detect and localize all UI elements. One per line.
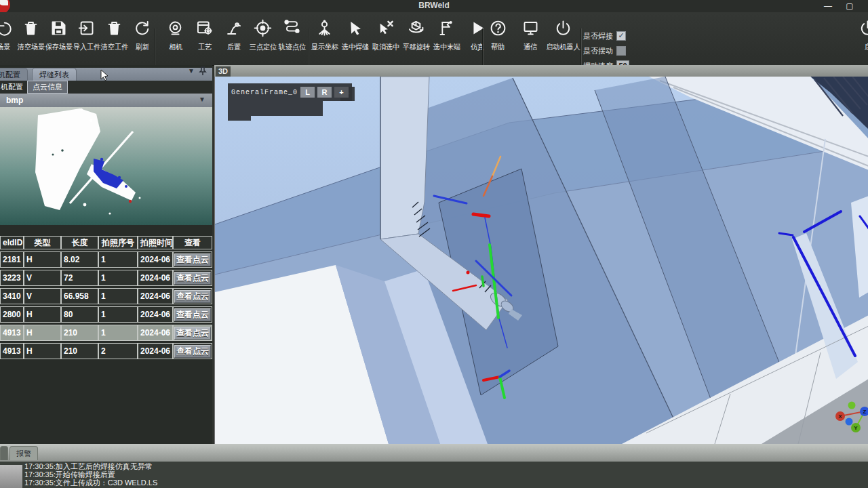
process-button[interactable]: 工艺 bbox=[190, 16, 219, 61]
dropdown-value: bmp bbox=[6, 96, 23, 105]
refresh-button[interactable]: 刷新 bbox=[128, 16, 156, 61]
camera-button[interactable]: 相机 bbox=[161, 16, 190, 61]
log-tab-alarm[interactable]: 报警 bbox=[9, 446, 38, 460]
refresh-icon bbox=[133, 16, 151, 39]
svg-text:X: X bbox=[838, 413, 842, 420]
toolbar-button-label: 相机 bbox=[168, 42, 182, 52]
toolbar-button-label: 通信 bbox=[524, 42, 537, 52]
scene-3d bbox=[215, 77, 868, 444]
monitor-icon bbox=[521, 16, 540, 39]
help-icon bbox=[489, 16, 507, 39]
svg-text:Y: Y bbox=[854, 425, 858, 431]
cell-photo_time: 2024-06 bbox=[138, 325, 173, 341]
log-scroll-block[interactable] bbox=[0, 465, 22, 488]
trash-icon bbox=[105, 16, 123, 39]
cell-type: V bbox=[24, 270, 61, 286]
cursor-icon bbox=[346, 16, 364, 39]
weld-table-row[interactable]: 2800H8012024-06查看点云 bbox=[0, 306, 212, 323]
toolbar-button-label: 工艺 bbox=[197, 42, 211, 52]
viewport-3d[interactable]: GeneralFrame_0 LR+ + X Z Y bbox=[214, 77, 868, 444]
save-icon bbox=[50, 16, 68, 39]
import-icon bbox=[77, 16, 96, 39]
image-format-dropdown[interactable]: bmp ▼ bbox=[0, 94, 212, 107]
path-icon bbox=[283, 16, 301, 39]
show-coords-button[interactable]: 显示坐标 bbox=[309, 16, 340, 61]
pan-rotate-button[interactable]: 平移旋转 bbox=[401, 16, 431, 61]
viewport-tab-strip: 3D bbox=[214, 65, 868, 77]
chevron-down-icon: ▼ bbox=[199, 96, 205, 103]
toolbar-button-label: 导入工件 bbox=[73, 42, 100, 52]
bottom-strip: 报警 bbox=[0, 444, 868, 462]
clear-part-button[interactable]: 清空工件 bbox=[100, 16, 128, 61]
toolbar-button-label: 轨迹点位 bbox=[278, 42, 305, 52]
post-button[interactable]: 后置 bbox=[219, 16, 248, 61]
cursor-x-icon bbox=[376, 16, 395, 39]
frame-name-label: GeneralFrame_0 bbox=[231, 89, 298, 96]
log-line: 17:30:35:开始传输焊接后置 bbox=[24, 470, 157, 479]
toolbar-button-label: 清空工件 bbox=[100, 42, 127, 52]
pointcloud-preview[interactable] bbox=[0, 107, 212, 225]
tab-3d[interactable]: 3D bbox=[216, 66, 231, 77]
minimize-button[interactable]: — bbox=[821, 3, 835, 11]
cell-id: 2181 bbox=[0, 251, 24, 268]
orientation-gizmo[interactable]: X Z Y bbox=[833, 399, 868, 439]
toolbar-separator bbox=[580, 28, 581, 70]
weld-table-row[interactable]: 2181H8.0212024-06查看点云 bbox=[0, 251, 212, 268]
select-seam-button[interactable]: 选中焊缝 bbox=[340, 16, 370, 61]
weave-enable-checkbox[interactable] bbox=[616, 46, 626, 56]
help-button[interactable]: 帮助 bbox=[481, 16, 514, 61]
log-area: 17:30:35:加入工艺后的焊接仿真无异常17:30:35:开始传输焊接后置1… bbox=[0, 462, 868, 488]
view-pointcloud-button[interactable]: 查看点云 bbox=[174, 327, 211, 340]
frame-button-r[interactable]: R bbox=[317, 87, 332, 98]
start-button-partial[interactable]: 启 bbox=[852, 16, 868, 61]
save-scene-button[interactable]: 保存场景 bbox=[45, 16, 73, 61]
column-header: eldID bbox=[0, 236, 24, 249]
camera-config-label[interactable]: 机配置 bbox=[1, 82, 23, 92]
cell-photo_no: 1 bbox=[98, 325, 138, 341]
trash-icon bbox=[22, 16, 40, 39]
view-pointcloud-button[interactable]: 查看点云 bbox=[174, 290, 211, 303]
comms-button[interactable]: 通信 bbox=[514, 16, 547, 61]
toolbar-separator bbox=[154, 28, 155, 70]
weld-table-row[interactable]: 3410V66.95812024-06查看点云 bbox=[0, 288, 212, 304]
frame-button-+[interactable]: + bbox=[334, 87, 349, 98]
start-button-partial[interactable]: 启 bbox=[859, 16, 868, 61]
trajectory-points-button[interactable]: 轨迹点位 bbox=[277, 16, 307, 61]
view-pointcloud-button[interactable]: 查看点云 bbox=[174, 345, 211, 358]
frame-button-l[interactable]: L bbox=[300, 87, 315, 98]
log-lines: 17:30:35:加入工艺后的焊接仿真无异常17:30:35:开始传输焊接后置1… bbox=[24, 462, 157, 487]
view-pointcloud-button[interactable]: 查看点云 bbox=[174, 272, 211, 285]
weld-table-row[interactable]: 4913H21012024-06查看点云 bbox=[0, 325, 212, 341]
view-pointcloud-button[interactable]: 查看点云 bbox=[174, 308, 211, 321]
three-point-locate-button[interactable]: 三点定位 bbox=[248, 16, 277, 61]
pin-icon[interactable] bbox=[199, 66, 207, 79]
column-header: 类型 bbox=[24, 236, 61, 249]
pointcloud-info-button[interactable]: 点云信息 bbox=[27, 81, 68, 94]
log-tab-partial[interactable] bbox=[0, 446, 8, 460]
toolbar-button-label: 刷新 bbox=[135, 42, 149, 52]
cell-photo_time: 2024-06 bbox=[138, 343, 173, 359]
weld-enable-checkbox[interactable]: ✓ bbox=[616, 31, 626, 41]
deselect-button[interactable]: 取消选中 bbox=[370, 16, 401, 61]
maximize-button[interactable]: ▢ bbox=[842, 3, 857, 11]
brweld-window: BRWeld — ▢ 场景清空场景保存场景导入工件清空工件刷新 相机工艺后置三点… bbox=[0, 0, 868, 488]
clear-scene-button[interactable]: 清空场景 bbox=[17, 16, 45, 61]
weld-table-row[interactable]: 4913H21022024-06查看点云 bbox=[0, 343, 212, 359]
scene-button-partial[interactable]: 场景 bbox=[0, 16, 17, 61]
select-end-button[interactable]: 选中末端 bbox=[431, 16, 462, 61]
cell-type: H bbox=[24, 343, 61, 359]
chevron-down-icon[interactable]: ▼ bbox=[188, 67, 195, 75]
weld-table-row[interactable]: 3223V7212024-06查看点云 bbox=[0, 270, 212, 286]
left-tab-0[interactable]: 机配置 bbox=[0, 68, 28, 81]
cell-length: 66.958 bbox=[61, 288, 98, 304]
column-header: 拍照时间 bbox=[138, 236, 173, 249]
start-robot-button[interactable]: 启动机器人 bbox=[547, 16, 579, 61]
column-header: 拍照序号 bbox=[98, 236, 138, 249]
rotate-cube-icon bbox=[407, 16, 425, 39]
view-pointcloud-button[interactable]: 查看点云 bbox=[174, 253, 211, 266]
cell-photo_no: 2 bbox=[98, 343, 138, 359]
left-tab-1[interactable]: 焊缝列表 bbox=[32, 68, 77, 81]
frame-panel-extension bbox=[228, 101, 323, 116]
import-part-button[interactable]: 导入工件 bbox=[73, 16, 100, 61]
weld-enable-label: 是否焊接 bbox=[583, 31, 613, 41]
